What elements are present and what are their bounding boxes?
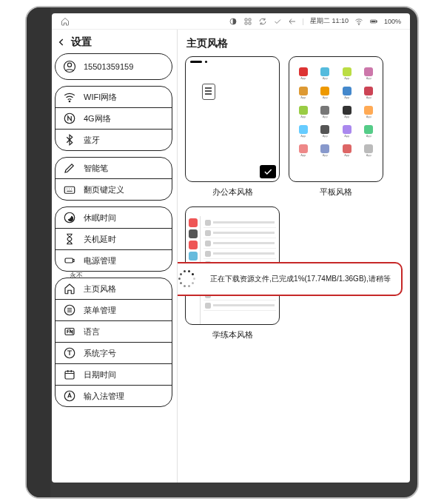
- truncated-value: 永不: [70, 271, 83, 280]
- sidebar-item-input[interactable]: 输入法管理: [56, 385, 172, 406]
- toast-message: 正在下载资源文件,已完成1%(17.74MB/1.36GB),请稍等: [207, 274, 394, 284]
- svg-rect-13: [64, 187, 75, 193]
- sidebar-item-label: 语言: [84, 326, 100, 337]
- menu-icon: [63, 303, 76, 317]
- sidebar-item-keyboard[interactable]: 翻页键定义: [56, 178, 172, 200]
- sidebar-item-label: 智能笔: [84, 163, 108, 174]
- theme-label: 平板风格: [320, 187, 352, 198]
- svg-rect-3: [245, 22, 247, 24]
- theme-thumbnail: [185, 56, 280, 182]
- sidebar-item-language[interactable]: 语言: [56, 320, 172, 342]
- battery-status-icon: [369, 16, 379, 27]
- back-icon[interactable]: [287, 16, 297, 27]
- sidebar-item-home[interactable]: 主页风格: [56, 278, 172, 299]
- screen: | 星期二 11:10 100% 设置 15501359159 WIFI网络4G…: [52, 13, 410, 483]
- sidebar-item-label: 输入法管理: [84, 391, 124, 402]
- theme-label: 学练本风格: [212, 329, 253, 340]
- theme-label: 办公本风格: [212, 187, 253, 198]
- sidebar-item-calendar[interactable]: 日期时间: [56, 363, 172, 385]
- sidebar-item-label: 菜单管理: [84, 305, 116, 316]
- keyboard-icon: [63, 183, 76, 196]
- wifi-status-icon: [354, 16, 364, 27]
- calendar-icon: [63, 368, 76, 381]
- sidebar-item-sleep[interactable]: 休眠时间: [56, 207, 172, 228]
- sidebar-item-label: WIFI网络: [84, 92, 117, 103]
- contrast-icon[interactable]: [228, 16, 238, 27]
- language-icon: [63, 325, 76, 338]
- spinner-icon: [178, 269, 197, 289]
- selected-check-icon: [260, 165, 276, 178]
- svg-rect-16: [73, 260, 75, 262]
- status-daytime: 星期二 11:10: [310, 16, 349, 26]
- input-icon: [63, 389, 76, 403]
- svg-rect-1: [245, 19, 247, 21]
- svg-rect-4: [249, 22, 251, 24]
- theme-option-office[interactable]: 办公本风格: [185, 56, 280, 198]
- bluetooth-icon: [63, 133, 76, 147]
- font-icon: [63, 346, 76, 360]
- sidebar-item-label: 电源管理: [84, 255, 116, 266]
- svg-point-5: [358, 24, 359, 24]
- bezel: [27, 7, 50, 497]
- sidebar-item-label: 15501359159: [84, 62, 133, 71]
- sidebar-item-label: 主页风格: [84, 283, 116, 295]
- cellular-icon: [63, 112, 76, 125]
- chevron-left-icon: [56, 37, 67, 47]
- refresh-icon[interactable]: [258, 16, 268, 27]
- status-bar: | 星期二 11:10 100%: [52, 13, 410, 30]
- sidebar-item-pen[interactable]: 智能笔: [56, 158, 172, 178]
- battery-percent: 100%: [384, 18, 401, 25]
- sidebar-item-label: 翻页键定义: [84, 184, 124, 195]
- sidebar-header[interactable]: 设置: [55, 33, 172, 53]
- sidebar-item-label: 关机延时: [84, 234, 116, 245]
- wifi-icon: [63, 90, 76, 104]
- sidebar-item-font[interactable]: 系统字号: [56, 342, 172, 363]
- theme-grid: 办公本风格 AppAppAppAppAppAppAppAppAppAppAppA…: [185, 56, 403, 340]
- svg-rect-20: [65, 372, 74, 380]
- svg-point-10: [67, 63, 71, 67]
- settings-sidebar: 设置 15501359159 WIFI网络4G网络蓝牙智能笔翻页键定义休眠时间关…: [52, 30, 178, 483]
- sidebar-item-label: 休眠时间: [84, 212, 116, 224]
- sidebar-item-menu[interactable]: 菜单管理: [56, 299, 172, 320]
- svg-point-11: [69, 101, 70, 102]
- sidebar-item-cellular[interactable]: 4G网络: [56, 107, 172, 129]
- sidebar-item-label: 蓝牙: [84, 135, 100, 146]
- pen-icon: [63, 161, 76, 175]
- theme-option-tablet[interactable]: AppAppAppAppAppAppAppAppAppAppAppAppAppA…: [289, 56, 383, 198]
- sidebar-item-bluetooth[interactable]: 蓝牙: [56, 129, 172, 150]
- sidebar-item-label: 系统字号: [84, 348, 116, 359]
- sidebar-item-hourglass[interactable]: 关机延时: [56, 228, 172, 249]
- device-frame: | 星期二 11:10 100% 设置 15501359159 WIFI网络4G…: [25, 6, 419, 499]
- apps-icon[interactable]: [243, 16, 253, 27]
- check-icon[interactable]: [272, 16, 283, 27]
- svg-rect-15: [65, 258, 73, 263]
- main-panel: 主页风格 办公本风格 AppAppAppAppAppAppAppAppAppAp…: [178, 30, 410, 483]
- main-title: 主页风格: [186, 37, 403, 50]
- download-toast: 正在下载资源文件,已完成1%(17.74MB/1.36GB),请稍等: [178, 262, 403, 296]
- sidebar-item-wifi[interactable]: WIFI网络: [56, 87, 172, 107]
- home-icon[interactable]: [60, 16, 70, 27]
- sidebar-item-account[interactable]: 15501359159: [55, 53, 172, 80]
- svg-rect-8: [371, 21, 375, 22]
- sidebar-item-label: 日期时间: [84, 369, 116, 380]
- sidebar-item-battery[interactable]: 电源管理: [56, 249, 172, 271]
- hourglass-icon: [63, 232, 76, 246]
- sidebar-title: 设置: [71, 36, 92, 49]
- battery-icon: [63, 254, 76, 267]
- home-icon: [63, 282, 76, 295]
- theme-thumbnail: AppAppAppAppAppAppAppAppAppAppAppAppAppA…: [289, 56, 383, 182]
- svg-rect-7: [376, 21, 377, 22]
- sidebar-item-label: 4G网络: [84, 113, 111, 124]
- user-icon: [63, 60, 76, 73]
- svg-rect-2: [249, 19, 251, 21]
- sleep-icon: [63, 211, 76, 224]
